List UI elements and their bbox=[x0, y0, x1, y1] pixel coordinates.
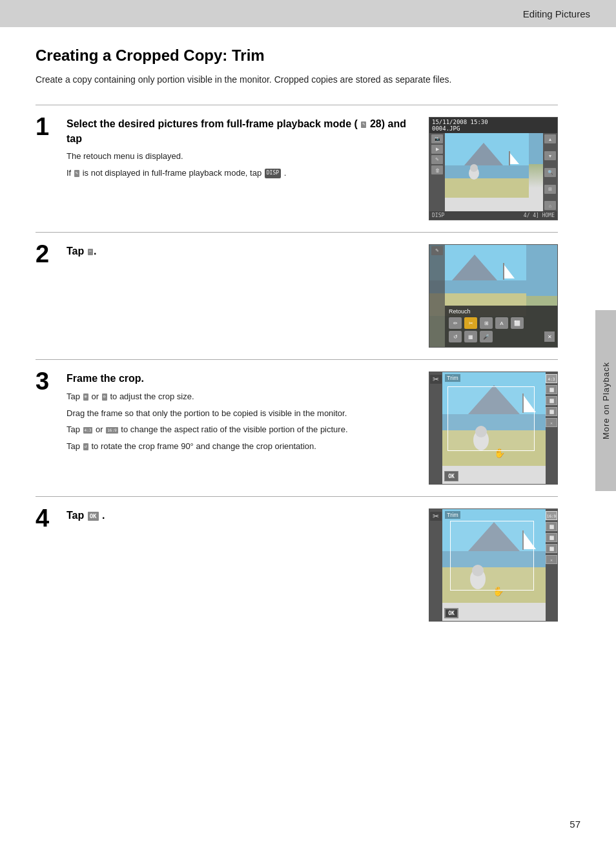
side-tab: More on Playback bbox=[595, 310, 616, 491]
ratio4-r2-btn[interactable]: ⬜ bbox=[546, 533, 557, 542]
retouch-pencil: ✏ bbox=[449, 317, 462, 329]
step3-title: Frame the crop. bbox=[67, 372, 416, 386]
screen2-edit-icon: ✎ bbox=[431, 246, 443, 255]
step1-disp-icon: DISP bbox=[265, 169, 281, 178]
step4-number: 4 bbox=[36, 506, 67, 530]
step4-content: Tap OK . bbox=[67, 508, 429, 527]
step3-ratio43-icon: 4:3 bbox=[83, 427, 93, 434]
screen1-footer: DISP 4/ 4] HOME bbox=[429, 211, 557, 220]
ok-btn-3[interactable]: OK bbox=[444, 471, 458, 481]
screen4-left: ✂ bbox=[429, 509, 442, 621]
ratio-43-btn[interactable]: 4:3 bbox=[546, 374, 557, 383]
step3-row: 3 Frame the crop. Tap ⊕ or ⊖ to adjust t… bbox=[36, 372, 558, 485]
svg-rect-12 bbox=[503, 263, 504, 280]
retouch-mic: 🎤 bbox=[480, 331, 493, 342]
step3-screen: ✂ Trim bbox=[429, 372, 558, 485]
ratio4-r1-btn[interactable]: ⬜ bbox=[546, 522, 557, 531]
ratio-r1-btn[interactable]: ⬜ bbox=[546, 385, 557, 394]
retouch-grid: ⊞ bbox=[480, 317, 493, 329]
ratio-r3-btn[interactable]: ⬜ bbox=[546, 407, 557, 416]
retouch-menu-title: Retouch bbox=[449, 308, 553, 315]
screen1-body: 📷 ▶ ✎ 🗑 bbox=[429, 133, 557, 211]
screen3-left: ✂ bbox=[429, 372, 442, 484]
retouch-close-btn[interactable]: ✕ bbox=[544, 331, 555, 342]
screen1-left-icons: 📷 ▶ ✎ 🗑 bbox=[429, 133, 445, 211]
step3-zoom-out-icon: ⊖ bbox=[102, 393, 107, 401]
screen1-camera-icon: 📷 bbox=[431, 134, 443, 143]
step4-ok-icon: OK bbox=[88, 512, 99, 521]
screen1-right-icons: ▲ ▼ 🔍 ⊞ ⌂ bbox=[543, 133, 557, 211]
screen1-home-icon: ⌂ bbox=[544, 201, 556, 210]
step4-row: 4 Tap OK . ✂ Trim bbox=[36, 508, 558, 622]
step3-rotate-icon: ↺ bbox=[83, 443, 88, 450]
step2-row: 2 Tap ✂. bbox=[36, 244, 558, 348]
trim-label-3: Trim bbox=[445, 374, 460, 382]
step4-divider bbox=[36, 496, 558, 497]
retouch-rotate: ↺ bbox=[449, 331, 462, 342]
ratio-close-btn[interactable]: ✕ bbox=[546, 418, 557, 427]
screen1-down-icon: ▼ bbox=[544, 151, 556, 160]
screen1-image bbox=[445, 133, 543, 211]
screen1-up-icon: ▲ bbox=[544, 134, 556, 143]
step2-content: Tap ✂. bbox=[67, 244, 429, 262]
step1-screen: 15/11/2008 15:30 0004.JPG 📷 ▶ ✎ 🗑 bbox=[429, 117, 558, 220]
screen3-main: Trim ✋ bbox=[442, 372, 546, 484]
step1-edit-icon: ✎ bbox=[74, 170, 79, 177]
header-bar: Editing Pictures bbox=[0, 0, 616, 27]
screen1-edit-icon: ✎ bbox=[431, 155, 443, 164]
retouch-scissors: ✂ bbox=[464, 317, 477, 329]
retouch-text: A bbox=[495, 317, 508, 329]
ratio-r2-btn[interactable]: ⬜ bbox=[546, 396, 557, 405]
step3-body: Tap ⊕ or ⊖ to adjust the crop size. Drag… bbox=[67, 390, 416, 454]
screen3-right: 4:3 ⬜ ⬜ ⬜ ✕ bbox=[546, 372, 557, 484]
ratio4-close-btn[interactable]: ✕ bbox=[546, 555, 557, 564]
step4-screen: ✂ Trim ✋ bbox=[429, 508, 558, 622]
header-title: Editing Pictures bbox=[523, 8, 590, 19]
retouch-menu-row2: ↺ ▦ 🎤 bbox=[449, 331, 553, 342]
step1-content: Select the desired pictures from full-fr… bbox=[67, 117, 429, 183]
step2-number: 2 bbox=[36, 242, 67, 266]
screen2-left-bar: ✎ bbox=[429, 245, 445, 347]
screen1-trash-icon: 🗑 bbox=[431, 165, 443, 174]
step3-zoom-in-icon: ⊕ bbox=[83, 393, 88, 401]
retouch-menu-row1: ✏ ✂ ⊞ A ⬜ bbox=[449, 317, 553, 329]
step3-number: 3 bbox=[36, 369, 67, 393]
svg-rect-5 bbox=[445, 178, 529, 198]
chapter-desc: Create a copy containing only portion vi… bbox=[36, 72, 558, 87]
screen1-scene bbox=[445, 133, 529, 198]
step2-screen: ✎ Retouch ✏ ✂ ⊞ A ⬜ ↺ ▦ 🎤 bbox=[429, 244, 558, 348]
ratio4-r3-btn[interactable]: ⬜ bbox=[546, 544, 557, 553]
step1-icon-ref: ✎ bbox=[361, 121, 366, 128]
step2-scissors-icon: ✂ bbox=[88, 249, 93, 255]
screen1-zoom-out-icon: ⊞ bbox=[544, 185, 556, 194]
ok-btn-4[interactable]: OK bbox=[444, 608, 458, 618]
page-number: 57 bbox=[570, 819, 580, 830]
step2-title: Tap ✂. bbox=[67, 244, 416, 258]
step1-number: 1 bbox=[36, 114, 67, 139]
svg-point-7 bbox=[470, 164, 478, 172]
ratio-169-btn[interactable]: 16:9 bbox=[546, 511, 557, 520]
step1-body: The retouch menu is displayed. If ✎ is n… bbox=[67, 150, 416, 180]
retouch-menu: Retouch ✏ ✂ ⊞ A ⬜ ↺ ▦ 🎤 ✕ bbox=[445, 306, 557, 347]
step3-ratio169-icon: 16:9 bbox=[106, 427, 118, 434]
screen1-header: 15/11/2008 15:30 0004.JPG bbox=[429, 118, 557, 133]
trim-label-4: Trim bbox=[445, 511, 460, 519]
step4-title: Tap OK . bbox=[67, 508, 416, 523]
step3-divider bbox=[36, 359, 558, 360]
step4-scissors-icon: ✂ bbox=[430, 512, 442, 521]
chapter-title: Creating a Cropped Copy: Trim bbox=[36, 47, 558, 65]
step1-row: 1 Select the desired pictures from full-… bbox=[36, 117, 558, 220]
main-content: Creating a Cropped Copy: Trim Create a c… bbox=[0, 27, 616, 653]
step3-content: Frame the crop. Tap ⊕ or ⊖ to adjust the… bbox=[67, 372, 429, 457]
svg-rect-4 bbox=[509, 151, 510, 165]
screen1-play-icon: ▶ bbox=[431, 145, 443, 154]
screen1-zoom-in-icon: 🔍 bbox=[544, 168, 556, 177]
step1-title: Select the desired pictures from full-fr… bbox=[67, 117, 416, 146]
screen4-main: Trim ✋ OK bbox=[442, 509, 546, 621]
crop-frame-4 bbox=[450, 521, 534, 591]
crop-frame-3 bbox=[447, 386, 535, 451]
side-tab-label: More on Playback bbox=[601, 362, 611, 439]
step2-divider bbox=[36, 232, 558, 233]
retouch-border: ▦ bbox=[464, 331, 477, 342]
retouch-stamp: ⬜ bbox=[511, 317, 524, 329]
